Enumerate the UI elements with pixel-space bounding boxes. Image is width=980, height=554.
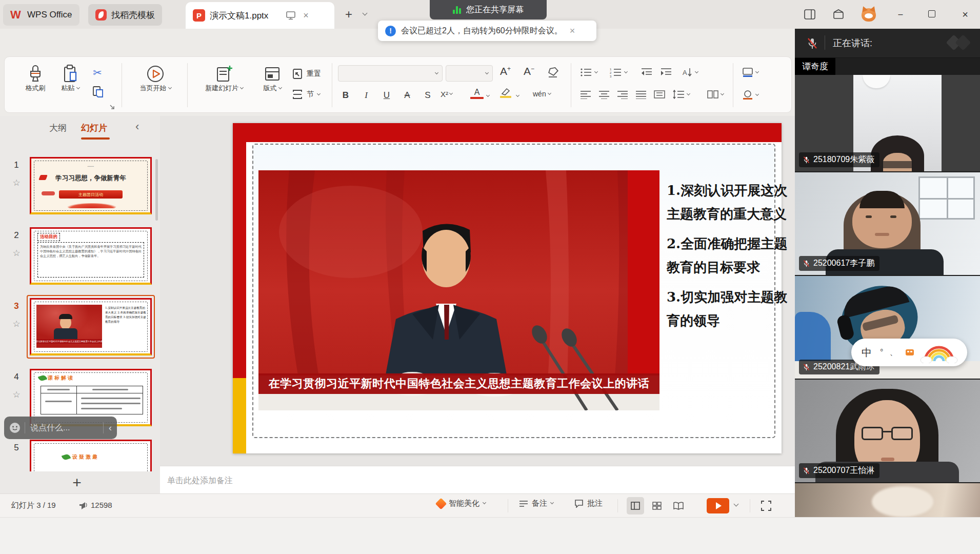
- close-tab-icon[interactable]: ×: [303, 10, 309, 21]
- italic-button[interactable]: I: [359, 89, 373, 102]
- thumb-title: 课标解读: [48, 374, 74, 382]
- minimize-button[interactable]: –: [895, 9, 906, 19]
- panel-footer: +: [0, 472, 160, 493]
- favorite-star-icon[interactable]: ☆: [10, 389, 23, 400]
- align-center-icon[interactable]: [598, 90, 610, 99]
- divider: [825, 35, 825, 50]
- comments-button[interactable]: 批注: [574, 499, 603, 508]
- format-painter-button[interactable]: 格式刷: [19, 64, 52, 93]
- tab-wps-home[interactable]: W WPS Office: [3, 4, 79, 26]
- add-slide-button[interactable]: +: [65, 472, 89, 493]
- ime-toolbar-widget[interactable]: 中 ° 、: [851, 339, 967, 366]
- bullet-list-button[interactable]: [580, 67, 597, 77]
- tab-slides[interactable]: 幻灯片: [81, 122, 107, 134]
- notes-placeholder[interactable]: 单击此处添加备注: [167, 476, 233, 486]
- favorite-star-icon[interactable]: ☆: [10, 248, 23, 259]
- favorite-star-icon[interactable]: ☆: [10, 319, 23, 329]
- cut-icon[interactable]: ✂: [91, 66, 104, 80]
- editing-canvas[interactable]: 在学习贯彻习近平新时代中国特色社会主义思想主题教育工作会议上的讲话 1.深刻认识…: [160, 116, 795, 493]
- panel-scrollbar[interactable]: [155, 159, 158, 221]
- slide-photo[interactable]: 在学习贯彻习近平新时代中国特色社会主义思想主题教育工作会议上的讲话: [258, 170, 659, 410]
- wps-mascot-icon[interactable]: [861, 6, 877, 23]
- play-from-current-button[interactable]: 当页开始: [132, 64, 179, 93]
- reset-button[interactable]: 重置: [292, 68, 321, 80]
- font-size-select[interactable]: [446, 65, 493, 82]
- section-button[interactable]: 节: [292, 89, 320, 100]
- bold-button[interactable]: B: [339, 89, 352, 102]
- ime-punctuation[interactable]: 、: [889, 347, 897, 358]
- slide[interactable]: 在学习贯彻习近平新时代中国特色社会主义思想主题教育工作会议上的讲话 1.深刻认识…: [233, 123, 782, 453]
- align-right-icon[interactable]: [617, 90, 628, 99]
- clear-format-icon[interactable]: [546, 66, 559, 78]
- normal-view-button[interactable]: [627, 497, 644, 515]
- tab-outline[interactable]: 大纲: [49, 122, 67, 134]
- collapse-chat-icon[interactable]: ‹: [109, 423, 112, 433]
- sidebar-toggle-icon[interactable]: [804, 9, 815, 19]
- mic-muted-icon[interactable]: [806, 37, 818, 50]
- close-window-button[interactable]: ×: [960, 9, 970, 19]
- participant-tile[interactable]: 中 ° 、 25200821武雨冰: [795, 276, 980, 379]
- collapse-panel-icon[interactable]: ‹: [135, 120, 139, 133]
- copy-icon[interactable]: [92, 86, 104, 99]
- font-family-select[interactable]: [338, 65, 443, 82]
- paste-button[interactable]: 粘贴: [56, 64, 85, 93]
- notes-bar[interactable]: 单击此处添加备注: [160, 466, 795, 493]
- layout-button[interactable]: 版式: [257, 64, 288, 93]
- slide-thumbnail-3[interactable]: 在学习贯彻习近平新时代中国特色社会主义思想主题教育工作会议上的讲话 1.深刻认识…: [30, 298, 152, 355]
- play-slideshow-button[interactable]: [707, 498, 729, 513]
- paragraph-layout-button[interactable]: [707, 90, 724, 99]
- chat-input[interactable]: 说点什么...: [30, 423, 103, 433]
- tab-presentation-active[interactable]: P 演示文稿1.pptx ×: [186, 2, 334, 29]
- ime-punctuation[interactable]: °: [880, 348, 883, 357]
- superscript-button[interactable]: X²: [441, 90, 452, 98]
- participant-tile[interactable]: 25200707王怡淋: [795, 380, 980, 482]
- new-slide-button[interactable]: 新建幻灯片: [197, 64, 251, 93]
- ime-mode-label[interactable]: 中: [862, 346, 872, 360]
- line-spacing-button[interactable]: [672, 90, 690, 99]
- font-color-chevron-icon[interactable]: [487, 96, 489, 96]
- ime-skin-icon[interactable]: [905, 347, 915, 358]
- shape-outline-button[interactable]: [742, 90, 758, 100]
- favorite-star-icon[interactable]: ☆: [10, 177, 23, 188]
- resource-box-icon[interactable]: [833, 9, 844, 19]
- thumb-deco: [42, 191, 55, 195]
- notes-toggle-button[interactable]: 备注: [519, 499, 553, 508]
- justify-icon[interactable]: [635, 90, 647, 99]
- numbered-list-button[interactable]: 123: [610, 67, 627, 77]
- clipboard-dialog-launcher-icon[interactable]: [109, 104, 115, 110]
- slide-sorter-view-button[interactable]: [648, 497, 666, 515]
- slide-thumbnail-5[interactable]: 设疑激趣: [30, 440, 152, 471]
- text-shadow-button[interactable]: S: [421, 89, 434, 102]
- participant-tile[interactable]: 25180709朱紫薇: [795, 75, 980, 171]
- participant-tile[interactable]: 25200617李子鹏: [795, 172, 980, 275]
- smart-beautify-button[interactable]: 智能美化: [437, 499, 486, 508]
- text-direction-button[interactable]: A: [682, 67, 698, 77]
- reading-view-button[interactable]: [670, 497, 687, 515]
- font-color-button[interactable]: A: [470, 88, 484, 99]
- strikethrough-button[interactable]: A: [401, 89, 414, 102]
- maximize-button[interactable]: [928, 10, 935, 17]
- align-left-icon[interactable]: [580, 90, 591, 99]
- slide-points[interactable]: 1.深刻认识开展这次主题教育的重大意义 2.全面准确把握主题教育的目标要求 3.…: [667, 179, 796, 332]
- slide-thumbnail-2[interactable]: 活动目的 为响应共青团中央《关于面向广大团员和青年开展学习贯彻习近平新时代中国特…: [30, 227, 152, 285]
- new-tab-button[interactable]: +: [342, 7, 356, 22]
- slide-thumbnail-1[interactable]: ▪▪▪▪▪▪▪ 学习习思想，争做新青年 主题团日活动: [30, 157, 152, 214]
- increase-indent-icon[interactable]: [660, 67, 672, 77]
- play-options-chevron-icon[interactable]: [734, 504, 738, 506]
- increase-font-button[interactable]: A+: [500, 65, 511, 77]
- decrease-font-button[interactable]: A−: [524, 65, 534, 77]
- rainbow-weather-icon[interactable]: [920, 342, 958, 363]
- shape-fill-button[interactable]: [742, 67, 758, 77]
- fullscreen-icon[interactable]: [760, 500, 772, 512]
- underline-button[interactable]: U: [380, 89, 393, 102]
- toast-close-icon[interactable]: ×: [570, 26, 575, 36]
- decrease-indent-icon[interactable]: [641, 67, 653, 77]
- emoji-icon[interactable]: [9, 422, 21, 433]
- distribute-icon[interactable]: [654, 90, 665, 99]
- participant-tile-partial[interactable]: [795, 483, 980, 517]
- tab-list-chevron-icon[interactable]: [363, 13, 367, 15]
- highlight-chevron-icon[interactable]: [516, 96, 519, 96]
- tab-docer[interactable]: 找稻壳模板: [88, 4, 162, 26]
- highlight-button[interactable]: [500, 88, 513, 98]
- pinyin-button[interactable]: wén: [533, 90, 551, 98]
